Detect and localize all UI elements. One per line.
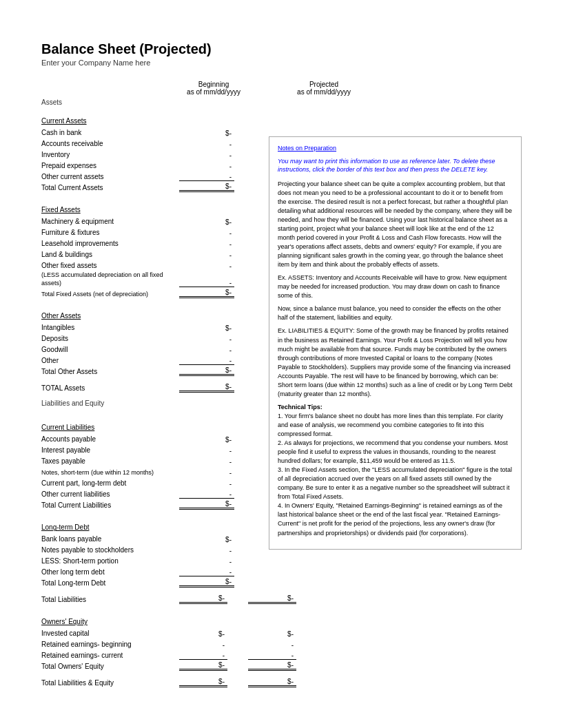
list-item: Bank loans payable $-	[41, 534, 262, 543]
long-term-debt-header: Long-term Debt	[41, 523, 262, 531]
list-item: Other current liabilities -	[41, 489, 262, 499]
notes-box: Notes on Preparation You may want to pri…	[269, 136, 522, 550]
list-item: (LESS accumulated depreciation on all fi…	[41, 271, 262, 287]
list-item: Other fixed assets -	[41, 260, 262, 270]
list-item: Invested capital $- $-	[41, 628, 262, 638]
owners-equity-header: Owners' Equity	[41, 618, 262, 625]
balance-sheet-left: Current Assets Cash in bank $- Accounts …	[41, 110, 262, 689]
list-item: Accounts payable $-	[41, 434, 262, 444]
list-item: Other long term debt -	[41, 567, 262, 576]
list-item: Leasehold improvements -	[41, 238, 262, 248]
company-name: Enter your Company Name here	[41, 59, 522, 67]
notes-body: Projecting your balance sheet can be qui…	[278, 180, 513, 538]
notes-intro: You may want to print this information t…	[278, 157, 513, 174]
list-item: Total Current Liabilities $-	[41, 500, 262, 510]
list-item: Interest payable -	[41, 445, 262, 455]
list-item: Total Long-term Debt $-	[41, 578, 262, 587]
list-item: Total Fixed Assets (net of depreciation)…	[41, 289, 262, 298]
current-liabilities-header: Current Liabilities	[41, 424, 262, 431]
current-assets-header: Current Assets	[41, 117, 262, 125]
list-item: Land & buildings -	[41, 249, 262, 259]
list-item: Inventory -	[41, 149, 262, 159]
list-item: Notes, short-term (due within 12 months)…	[41, 467, 262, 477]
list-item: Total Other Assets $-	[41, 366, 262, 376]
list-item: Machinery & equipment $-	[41, 216, 262, 226]
list-item: Accounts receivable -	[41, 138, 262, 148]
list-item: Other current assets -	[41, 171, 262, 181]
liabilities-equity-label: Liabilities and Equity	[41, 399, 262, 407]
beginning-header: Beginning as of mm/dd/yyyy	[179, 81, 248, 96]
list-item: Total Current Assets $-	[41, 183, 262, 192]
list-item: Notes payable to stockholders -	[41, 545, 262, 554]
list-item: Other -	[41, 355, 262, 365]
list-item: Prepaid expenses -	[41, 160, 262, 170]
notes-title: Notes on Preparation	[278, 144, 513, 153]
notes-panel: Notes on Preparation You may want to pri…	[269, 110, 522, 689]
list-item: Taxes payable -	[41, 456, 262, 466]
total-liabilities-row: Total Liabilities $- $-	[41, 594, 262, 604]
list-item: Goodwill -	[41, 344, 262, 354]
list-item: Intangibles $-	[41, 322, 262, 332]
total-assets-row: TOTAL Assets $-	[41, 383, 262, 393]
list-item: LESS: Short-term portion -	[41, 556, 262, 565]
list-item: Deposits -	[41, 333, 262, 343]
list-item: Total Owners' Equity $- $-	[41, 661, 262, 671]
other-assets-header: Other Assets	[41, 312, 262, 320]
total-liabilities-equity-row: Total Liabilities & Equity $- $-	[41, 678, 262, 687]
list-item: Current part, long-term debt -	[41, 478, 262, 488]
list-item: Furniture & fixtures -	[41, 227, 262, 237]
list-item: Cash in bank $-	[41, 127, 262, 137]
list-item: Retained earnings- beginning - -	[41, 639, 262, 649]
assets-label: Assets	[41, 98, 522, 106]
list-item: Retained earnings- current - -	[41, 650, 262, 660]
page-title: Balance Sheet (Projected)	[41, 41, 522, 57]
fixed-assets-header: Fixed Assets	[41, 206, 262, 214]
projected-header: Projected as of mm/dd/yyyy	[289, 81, 358, 96]
